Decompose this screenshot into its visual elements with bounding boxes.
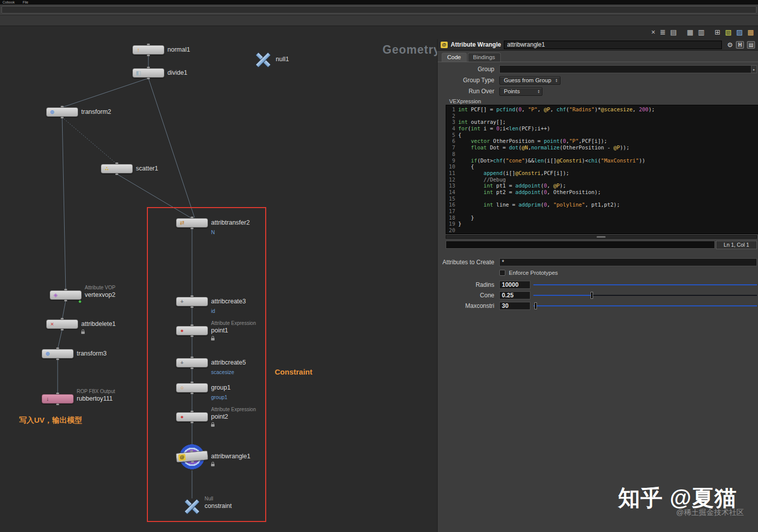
- node-label-divide1: divide1: [167, 69, 187, 76]
- lock-icon: [211, 424, 215, 427]
- node-type-title: Attribute Wrangle: [451, 41, 501, 48]
- code-line: 3int outarray[];: [446, 119, 758, 125]
- code-line: 12 //Debug: [446, 176, 758, 183]
- vex-code-editor[interactable]: 1int PCF[] = pcfind(0, "P", @P, chf("Rad…: [446, 105, 758, 234]
- node-transform3[interactable]: ⊕: [42, 349, 74, 359]
- shelf-drawer-icon[interactable]: ▩: [747, 28, 754, 36]
- shelf-bar: [0, 5, 758, 16]
- annotation-output-note: 写入UV，输出模型: [19, 416, 82, 425]
- group-select-arrow-button[interactable]: ▸: [751, 65, 757, 73]
- code-line: 17: [446, 208, 758, 215]
- node-label-normal1: normal1: [167, 46, 190, 53]
- shelf-well[interactable]: [2, 6, 756, 14]
- takes-list-icon[interactable]: ▤: [670, 28, 677, 36]
- stepper-icon[interactable]: ▲▼: [555, 78, 558, 82]
- grid-overlay-icon[interactable]: ▦: [687, 28, 693, 36]
- code-hscrollbar[interactable]: [446, 235, 757, 239]
- cone-label: Cone: [438, 292, 499, 299]
- attribexpr-icon: ●: [178, 327, 185, 334]
- tab-code[interactable]: Code: [442, 53, 467, 62]
- vop-icon: ◈: [52, 291, 59, 299]
- code-line: 9 if(Dot>chf("cone")&&len(i[]@Constri)<c…: [446, 157, 758, 164]
- notes-pane-icon[interactable]: ▧: [725, 28, 731, 36]
- node-label-transform3: transform3: [77, 350, 107, 357]
- pane-split-icon[interactable]: ⊞: [715, 28, 721, 36]
- customize-tools-icon[interactable]: ×: [651, 28, 655, 36]
- node-scatter1[interactable]: ∴: [101, 164, 133, 173]
- code-line: 16 int line = addprim(0, "polyline", pt1…: [446, 202, 758, 208]
- node-point2[interactable]: ●: [176, 412, 208, 422]
- enforce-prototypes-checkbox[interactable]: [499, 270, 505, 276]
- menu-item-0[interactable]: Cobook: [3, 1, 15, 4]
- node-type-label: ROP FBX Output: [77, 389, 115, 394]
- align-snap-icon[interactable]: ≣: [660, 28, 666, 36]
- cook-gear-icon[interactable]: ⚙: [727, 41, 733, 49]
- menu-item-1[interactable]: File: [23, 1, 28, 4]
- lock-icon: [211, 464, 215, 466]
- spreadsheet-icon[interactable]: ▥: [698, 28, 704, 36]
- cone-value-field[interactable]: 0.25: [499, 291, 530, 299]
- radins-slider[interactable]: [533, 280, 757, 289]
- node-divide1[interactable]: ◧: [132, 68, 164, 78]
- lock-icon: [211, 338, 215, 340]
- node-label-point1: point1: [211, 327, 228, 334]
- maxconstri-slider[interactable]: [533, 301, 757, 310]
- node-null1[interactable]: [255, 51, 272, 68]
- attribcreate-icon: +: [178, 359, 185, 367]
- transform-icon: ⊕: [44, 350, 51, 358]
- code-search-input[interactable]: [446, 241, 715, 249]
- slider-handle[interactable]: [591, 292, 593, 299]
- group-label: Group: [438, 66, 499, 73]
- stepper-icon[interactable]: ▲▼: [537, 89, 540, 93]
- cone-slider[interactable]: [533, 291, 757, 300]
- attribcreate-icon: +: [178, 298, 185, 305]
- node-constraint[interactable]: [183, 498, 201, 515]
- help-icon[interactable]: H: [736, 41, 744, 49]
- node-vertexvop2[interactable]: ◈: [50, 290, 82, 300]
- node-rubbertoy111[interactable]: ↓: [42, 394, 74, 404]
- node-label-vertexvop2: vertexvop2: [85, 291, 115, 298]
- code-search-row: Ln 1, Col 1: [446, 240, 757, 249]
- group-input[interactable]: [499, 65, 751, 73]
- maxconstri-row: Maxconstri30: [438, 301, 757, 310]
- maxconstri-value-field[interactable]: 30: [499, 302, 530, 310]
- enforce-prototypes-row: Enforce Prototypes: [438, 268, 757, 277]
- tab-bindings[interactable]: Bindings: [468, 53, 501, 62]
- node-sublabel: scacesize: [211, 369, 234, 375]
- code-line: 20: [446, 227, 758, 234]
- node-attribcreate5[interactable]: +: [176, 358, 208, 368]
- node-point1[interactable]: ●: [176, 326, 208, 335]
- pin-pane-icon[interactable]: ▤: [747, 41, 755, 49]
- wrangle-icon: @: [178, 454, 186, 461]
- node-label-rubbertoy111: rubbertoy111: [77, 395, 113, 402]
- transform-icon: ⊕: [49, 108, 56, 116]
- slider-handle[interactable]: [534, 302, 537, 309]
- code-line: 15: [446, 196, 758, 202]
- node-sublabel: group1: [211, 394, 228, 400]
- top-toolbar: ×≣▤▦▥⊞▧▨▩: [651, 28, 754, 36]
- attributes-to-create-row: Attributes to Create *: [438, 258, 757, 267]
- layout-pane-icon[interactable]: ▨: [736, 28, 743, 36]
- node-group1[interactable]: ○: [176, 383, 208, 393]
- group-type-dropdown[interactable]: Guess from Group ▲▼: [499, 76, 560, 85]
- node-normal1[interactable]: ↑: [132, 45, 164, 55]
- node-label-attribwrangle1: attribwrangle1: [211, 453, 251, 460]
- scrollbar-handle[interactable]: [597, 236, 606, 238]
- attributes-to-create-field[interactable]: *: [499, 258, 757, 266]
- node-label-null1: null1: [276, 56, 289, 63]
- code-line: 1int PCF[] = pcfind(0, "P", @P, chf("Rad…: [446, 106, 758, 113]
- node-attribcreate3[interactable]: +: [176, 297, 208, 306]
- group-type-row: Group Type Guess from Group ▲▼: [438, 76, 757, 85]
- divide-icon: ◧: [135, 69, 142, 77]
- node-label-group1: group1: [211, 384, 231, 391]
- node-name-field[interactable]: [504, 41, 722, 49]
- node-transform2[interactable]: ⊕: [46, 107, 78, 117]
- cone-row: Cone0.25: [438, 291, 757, 300]
- radins-value-field[interactable]: 10000: [499, 281, 530, 289]
- code-line: 19}: [446, 221, 758, 227]
- node-attribdelete1[interactable]: ×: [46, 319, 78, 329]
- node-type-label: Null: [205, 496, 213, 501]
- run-over-dropdown[interactable]: Points ▲▼: [499, 87, 542, 96]
- node-attribtransfer2[interactable]: ⇄: [176, 218, 208, 228]
- code-line: 11 append(i[]@Constri,PCF[i]);: [446, 170, 758, 176]
